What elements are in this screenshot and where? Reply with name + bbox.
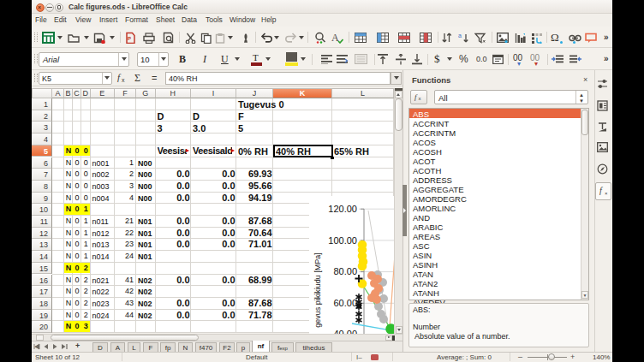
svg-text:A: A bbox=[331, 32, 339, 44]
svg-text:a: a bbox=[458, 33, 462, 39]
svg-text:P: P bbox=[128, 36, 131, 41]
